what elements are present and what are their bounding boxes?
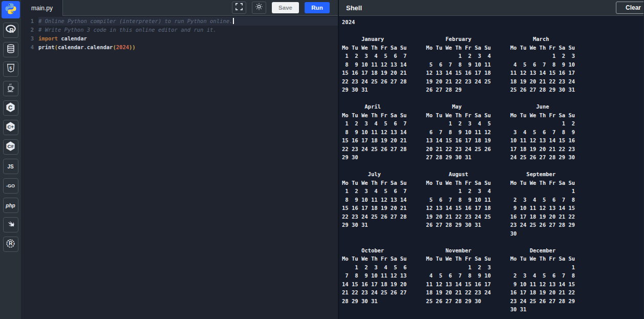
sidebar-item-c[interactable]: C (3, 100, 18, 116)
sidebar-item-csharp[interactable]: C# (3, 139, 18, 155)
database-icon (6, 44, 15, 55)
app-window: R5CC+C#JS-GOphpR main.py (0, 0, 644, 319)
line-number: 4 (22, 43, 38, 52)
line-number: 3 (22, 34, 38, 43)
sidebar-item-html[interactable]: 5 (3, 61, 18, 77)
python-icon (5, 3, 17, 17)
shell-pane: Shell Clear 2024 January February March … (338, 0, 643, 319)
java-icon (6, 83, 15, 94)
editor-topbar: main.py (22, 0, 338, 16)
code-line: 3import calendar (22, 34, 338, 43)
cpp-icon: C+ (5, 121, 16, 134)
svg-text:C#: C# (7, 143, 14, 149)
sidebar-item-java[interactable] (3, 81, 18, 96)
shell-output[interactable]: 2024 January February March Mo Tu We Th … (339, 16, 643, 319)
svg-text:R: R (9, 240, 13, 246)
sidebar-item-rust[interactable]: R (3, 237, 18, 252)
editor-pane: main.py (22, 0, 338, 319)
sun-icon (255, 3, 263, 12)
go-icon: -GO (6, 183, 15, 188)
line-number: 1 (22, 17, 38, 26)
language-sidebar: R5CC+C#JS-GOphpR (0, 0, 22, 319)
code-text: print(calendar.calendar(2024)) (38, 43, 338, 52)
sidebar-item-php[interactable]: php (3, 198, 18, 213)
code-text: # Write Python 3 code in this online edi… (38, 26, 338, 34)
swift-icon (6, 219, 15, 231)
shell-header: Shell Clear (339, 0, 643, 16)
svg-text:C: C (8, 104, 12, 110)
code-line: 1# Online Python compiler (interpreter) … (22, 17, 338, 26)
html5-icon: 5 (6, 63, 15, 75)
sidebar-item-go[interactable]: -GO (3, 178, 18, 194)
code-line: 4print(calendar.calendar(2024)) (22, 43, 338, 52)
theme-toggle-button[interactable] (252, 2, 266, 14)
clear-button[interactable]: Clear (616, 2, 643, 14)
r-lang-icon: R (5, 24, 16, 37)
code-text: # Online Python compiler (interpreter) t… (38, 17, 338, 26)
svg-text:5: 5 (9, 66, 12, 71)
svg-text:R: R (9, 27, 14, 34)
sidebar-item-sql[interactable] (3, 42, 18, 57)
js-icon: JS (7, 164, 13, 169)
code-text: import calendar (38, 34, 338, 43)
shell-title: Shell (346, 4, 362, 12)
rust-icon: R (5, 238, 16, 251)
tab-main-py[interactable]: main.py (22, 0, 62, 16)
fullscreen-icon (235, 3, 243, 12)
fullscreen-button[interactable] (232, 2, 246, 14)
line-number: 2 (22, 26, 38, 34)
code-line: 2# Write Python 3 code in this online ed… (22, 26, 338, 34)
sidebar-item-cpp[interactable]: C+ (3, 120, 18, 135)
csharp-icon: C# (5, 141, 16, 154)
editor-toolstrip: Save Run (62, 0, 338, 16)
code-editor[interactable]: 1# Online Python compiler (interpreter) … (22, 16, 338, 319)
sidebar-item-js[interactable]: JS (3, 159, 18, 174)
php-icon: php (6, 203, 15, 208)
sidebar-item-python[interactable] (2, 1, 20, 18)
tab-label: main.py (31, 5, 53, 12)
save-button[interactable]: Save (272, 2, 299, 13)
run-button[interactable]: Run (305, 2, 330, 13)
sidebar-item-r[interactable]: R (3, 23, 18, 38)
text-cursor (233, 18, 234, 24)
sidebar-item-swift[interactable] (3, 217, 18, 232)
svg-text:C+: C+ (7, 124, 14, 130)
c-icon: C (5, 102, 16, 115)
